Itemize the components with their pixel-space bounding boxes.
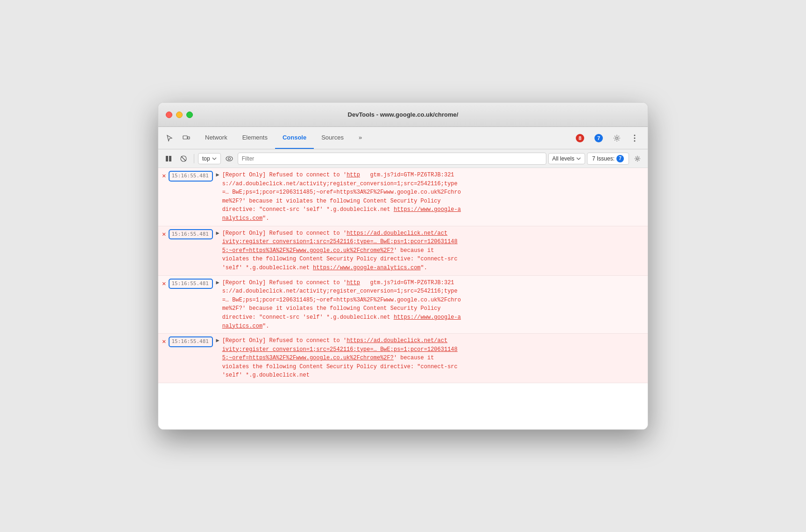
issues-count-badge: 7 [616,155,624,162]
error-icon-3: ✕ [162,279,166,289]
expand-arrow-2[interactable]: ▶ [216,229,219,238]
eye-icon [226,156,233,161]
tab-network-label: Network [205,134,227,141]
maximize-button[interactable] [186,112,193,118]
close-button[interactable] [166,112,172,118]
gear-icon [613,134,621,142]
error-badge-button[interactable]: 8 [572,132,588,144]
timestamp-2: 15:16:55.481 [169,229,213,240]
timestamp-3: 15:16:55.481 [169,279,213,289]
svg-point-11 [228,157,230,160]
run-icon [165,155,172,162]
issues-label: 7 Issues: [592,155,615,162]
cursor-icon [166,134,173,142]
levels-label: All levels [552,155,574,162]
svg-rect-0 [183,136,187,139]
console-content: ✕ 15:16:55.481 ▶ [Report Only] Refused t… [158,168,648,429]
context-selector[interactable]: top [198,153,221,164]
tab-sources-label: Sources [321,134,344,141]
expand-arrow-1[interactable]: ▶ [216,171,219,179]
tab-elements-label: Elements [242,134,268,141]
console-settings-button[interactable] [631,152,644,165]
tab-console-label: Console [283,134,306,141]
svg-rect-6 [166,156,168,161]
svg-point-2 [616,137,618,139]
toolbar-separator-1 [194,154,194,163]
minimize-button[interactable] [176,112,183,118]
more-dots-icon [634,134,636,142]
levels-chevron-icon [576,157,581,160]
window-title: DevTools - www.google.co.uk/chrome/ [348,111,459,118]
entry-message-3: [Report Only] Refused to connect to 'htt… [222,279,644,331]
svg-point-3 [634,134,636,136]
console-entry: ✕ 15:16:55.481 ▶ [Report Only] Refused t… [158,334,648,383]
error-icon-2: ✕ [162,230,166,239]
cursor-icon-btn[interactable] [162,131,177,146]
device-icon [183,134,190,142]
timestamp-1: 15:16:55.481 [169,171,213,182]
error-count: 8 [579,135,581,141]
traffic-lights [166,112,193,118]
expand-arrow-3[interactable]: ▶ [216,279,219,287]
tab-more-label: » [359,134,362,141]
tab-icon-group [162,127,198,149]
entry-message-2: [Report Only] Refused to connect to 'htt… [222,229,644,273]
devtools-window: DevTools - www.google.co.uk/chrome/ Netw… [158,102,648,430]
tab-network[interactable]: Network [198,127,235,149]
svg-line-9 [181,156,186,161]
svg-point-10 [226,156,233,161]
entry-message-1: [Report Only] Refused to connect to 'htt… [222,171,644,223]
more-icon-btn[interactable] [627,131,642,146]
info-count: 7 [597,135,600,141]
tabs-row: Network Elements Console Sources » 8 7 [158,127,648,149]
info-badge-button[interactable]: 7 [591,132,607,144]
run-script-button[interactable] [162,152,175,165]
levels-selector[interactable]: All levels [548,153,585,164]
console-gear-icon [634,155,641,162]
console-entry: ✕ 15:16:55.481 ▶ [Report Only] Refused t… [158,276,648,334]
error-count-badge: 8 [576,134,584,142]
context-selector-label: top [202,155,210,162]
filter-input[interactable] [238,153,546,165]
console-entry: ✕ 15:16:55.481 ▶ [Report Only] Refused t… [158,226,648,276]
console-entry: ✕ 15:16:55.481 ▶ [Report Only] Refused t… [158,168,648,226]
error-icon-4: ✕ [162,337,166,347]
svg-point-12 [636,158,638,160]
tab-sources[interactable]: Sources [314,127,351,149]
svg-point-5 [634,140,636,141]
issues-count: 7 [619,156,622,161]
issues-button[interactable]: 7 Issues: 7 [587,153,629,165]
expand-arrow-4[interactable]: ▶ [216,336,219,345]
tab-console[interactable]: Console [275,127,314,149]
svg-point-4 [634,137,636,139]
timestamp-4: 15:16:55.481 [169,336,213,347]
error-icon-1: ✕ [162,171,166,181]
settings-icon-btn[interactable] [609,131,624,146]
tab-more[interactable]: » [351,127,369,149]
tab-elements[interactable]: Elements [235,127,275,149]
info-count-badge: 7 [594,134,603,142]
svg-rect-1 [188,137,190,139]
titlebar: DevTools - www.google.co.uk/chrome/ [158,103,648,127]
svg-rect-7 [169,156,171,161]
clear-icon [180,155,187,162]
eye-button[interactable] [223,152,236,165]
chevron-down-icon [212,157,217,160]
clear-console-button[interactable] [177,152,190,165]
device-icon-btn[interactable] [179,131,194,146]
entry-message-4: [Report Only] Refused to connect to 'htt… [222,336,644,380]
tabs-right: 8 7 [572,127,644,149]
console-toolbar: top All levels 7 Issues: 7 [158,149,648,168]
